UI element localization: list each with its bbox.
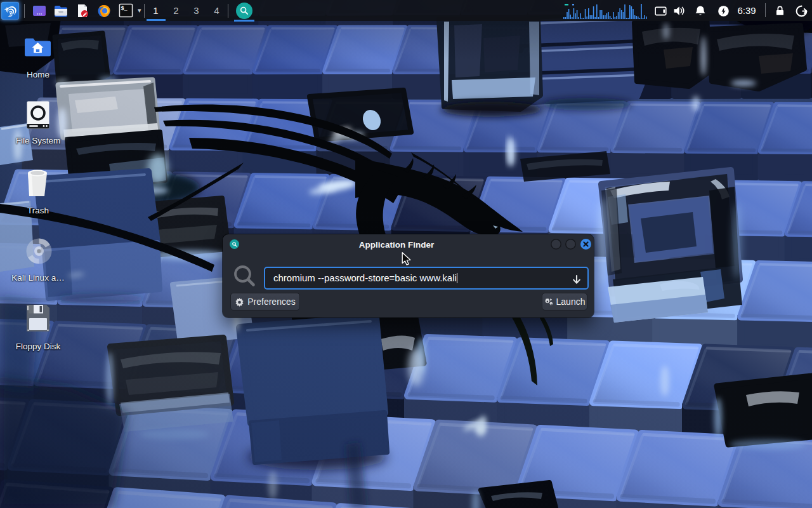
svg-text:$_: $_ (121, 6, 128, 12)
